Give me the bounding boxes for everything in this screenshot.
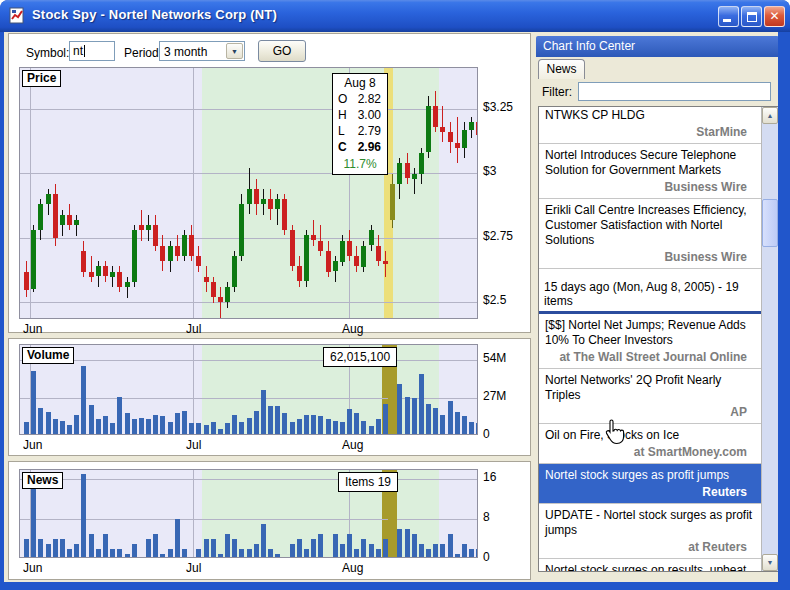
volume-bar[interactable]: [125, 413, 130, 435]
volume-bar[interactable]: [376, 419, 381, 435]
news-bar[interactable]: [153, 534, 158, 558]
volume-bar[interactable]: [318, 416, 323, 435]
candle[interactable]: [304, 235, 309, 281]
news-bar[interactable]: [211, 539, 216, 558]
candle[interactable]: [412, 174, 417, 179]
volume-bar[interactable]: [139, 418, 144, 435]
news-bar[interactable]: [376, 549, 381, 558]
candle[interactable]: [426, 106, 431, 152]
candle[interactable]: [103, 266, 108, 276]
news-list-item[interactable]: Nortel Introduces Secure Telephone Solut…: [539, 144, 761, 199]
candle[interactable]: [89, 272, 94, 277]
scroll-up-icon[interactable]: ▲: [762, 107, 778, 124]
news-bar[interactable]: [125, 554, 130, 558]
candle[interactable]: [254, 189, 259, 204]
news-bar[interactable]: [369, 544, 374, 558]
volume-bar[interactable]: [175, 413, 180, 435]
news-bar[interactable]: [117, 549, 122, 558]
volume-bar[interactable]: [153, 415, 158, 435]
volume-bar[interactable]: [361, 421, 366, 435]
volume-bar[interactable]: [412, 398, 417, 435]
volume-bar[interactable]: [74, 415, 79, 435]
news-bar[interactable]: [38, 539, 43, 558]
candle[interactable]: [218, 297, 223, 302]
candle[interactable]: [38, 204, 43, 230]
news-bar[interactable]: [168, 549, 173, 558]
volume-bar[interactable]: [347, 409, 352, 435]
candle[interactable]: [261, 199, 266, 204]
candle[interactable]: [146, 225, 151, 230]
scrollbar-thumb[interactable]: [762, 199, 778, 247]
news-bar[interactable]: [354, 549, 359, 558]
candle[interactable]: [189, 235, 194, 256]
volume-bar[interactable]: [311, 415, 316, 435]
volume-bar[interactable]: [110, 423, 115, 435]
news-bar[interactable]: [239, 549, 244, 558]
candle[interactable]: [168, 246, 173, 261]
news-bar[interactable]: [96, 549, 101, 558]
news-bar[interactable]: [290, 544, 295, 558]
candle[interactable]: [60, 215, 65, 225]
volume-bar[interactable]: [168, 422, 173, 435]
candle[interactable]: [326, 251, 331, 272]
news-bar[interactable]: [247, 549, 252, 558]
news-bar[interactable]: [132, 544, 137, 558]
volume-bar[interactable]: [433, 408, 438, 435]
volume-bar[interactable]: [239, 422, 244, 435]
news-bar[interactable]: [311, 539, 316, 558]
news-bar[interactable]: [340, 544, 345, 558]
close-button[interactable]: ✕: [764, 6, 785, 27]
volume-bar[interactable]: [448, 401, 453, 435]
candle[interactable]: [376, 246, 381, 261]
candle[interactable]: [182, 235, 187, 256]
volume-bar[interactable]: [476, 423, 478, 435]
news-bar[interactable]: [333, 534, 338, 558]
volume-bar[interactable]: [440, 415, 445, 435]
volume-bar[interactable]: [211, 422, 216, 435]
scroll-down-icon[interactable]: ▼: [762, 554, 778, 571]
news-bar[interactable]: [232, 539, 237, 558]
news-bar[interactable]: [405, 529, 410, 558]
candle[interactable]: [110, 272, 115, 277]
candle-wick[interactable]: [442, 106, 443, 142]
volume-bar[interactable]: [282, 413, 287, 435]
volume-bar[interactable]: [53, 419, 58, 435]
news-bar[interactable]: [160, 554, 165, 558]
candle[interactable]: [175, 246, 180, 256]
candle[interactable]: [211, 282, 216, 297]
news-bar[interactable]: [476, 549, 478, 558]
candle-wick[interactable]: [127, 277, 128, 298]
candle[interactable]: [354, 256, 359, 266]
news-list-item[interactable]: Erikli Call Centre Increases Efficiency,…: [539, 199, 761, 269]
news-bar[interactable]: [361, 539, 366, 558]
candle[interactable]: [46, 194, 51, 204]
news-bar[interactable]: [218, 554, 223, 558]
news-bar[interactable]: [347, 534, 352, 558]
candle[interactable]: [462, 130, 467, 148]
candle-wick[interactable]: [220, 287, 221, 318]
news-bar[interactable]: [204, 539, 209, 558]
news-bar[interactable]: [67, 549, 72, 558]
volume-bar[interactable]: [426, 404, 431, 435]
volume-bar[interactable]: [419, 374, 424, 435]
candle[interactable]: [318, 241, 323, 251]
news-bar[interactable]: [426, 549, 431, 558]
news-list-item[interactable]: Nortel Networks' 2Q Profit Nearly Triple…: [539, 369, 761, 424]
volume-bar[interactable]: [455, 412, 460, 435]
news-list-item[interactable]: Nortel stock surges as profit jumpsReute…: [539, 464, 761, 504]
volume-bar[interactable]: [117, 397, 122, 435]
candle[interactable]: [160, 246, 165, 261]
minimize-button[interactable]: [718, 6, 739, 27]
volume-bar[interactable]: [275, 406, 280, 435]
candle[interactable]: [390, 184, 395, 220]
news-list[interactable]: NTWKS CP HLDGStarMineNortel Introduces S…: [539, 107, 761, 571]
candle[interactable]: [53, 194, 58, 238]
news-bar[interactable]: [433, 544, 438, 558]
volume-bar[interactable]: [333, 421, 338, 435]
candle[interactable]: [96, 266, 101, 276]
news-list-item[interactable]: Oil on Fire, Stocks on Iceat SmartMoney.…: [539, 424, 761, 464]
news-bar[interactable]: [469, 549, 474, 558]
volume-bar[interactable]: [326, 419, 331, 435]
news-bar[interactable]: [196, 549, 201, 558]
candle[interactable]: [268, 199, 273, 209]
